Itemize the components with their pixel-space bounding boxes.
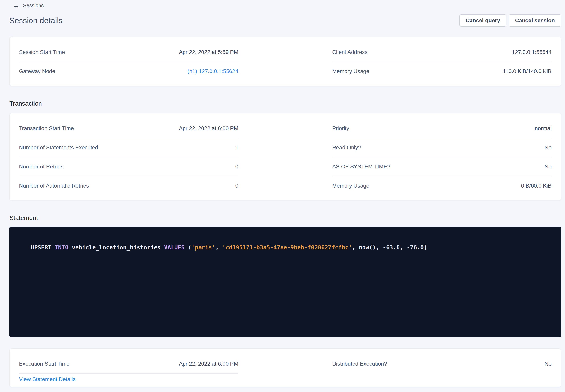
table-row: Memory Usage 110.0 KiB/140.0 KiB	[332, 62, 551, 81]
info-value: 0	[235, 164, 238, 170]
cancel-session-button[interactable]: Cancel session	[509, 14, 561, 27]
info-label: Transaction Start Time	[19, 125, 74, 131]
cancel-query-button[interactable]: Cancel query	[459, 14, 506, 27]
statement-section-heading: Statement	[9, 214, 38, 222]
link-row: View Statement Details	[19, 374, 238, 385]
session-summary-card: Session Start Time Apr 22, 2022 at 5:59 …	[9, 37, 561, 86]
header-actions: Cancel query Cancel session	[459, 14, 561, 27]
info-label: Memory Usage	[332, 183, 369, 189]
info-value: Apr 22, 2022 at 6:00 PM	[179, 125, 238, 131]
sql-token: ,	[215, 244, 222, 251]
table-row: Number of Statements Executed 1	[19, 138, 238, 157]
execution-right-column: Distributed Execution? No	[332, 354, 551, 385]
sql-statement: UPSERT INTO vehicle_location_histories V…	[17, 236, 553, 259]
sql-code-block: UPSERT INTO vehicle_location_histories V…	[9, 227, 561, 337]
arrow-left-icon: ←	[13, 2, 19, 9]
table-row: Client Address 127.0.0.1:55644	[332, 43, 551, 62]
table-row: Priority normal	[332, 119, 551, 138]
info-label: Distributed Execution?	[332, 361, 387, 367]
info-value: 0	[235, 183, 238, 189]
page-header: Session details Cancel query Cancel sess…	[9, 14, 561, 27]
info-label: Gateway Node	[19, 68, 55, 74]
info-label: Number of Statements Executed	[19, 144, 98, 151]
info-label: Priority	[332, 125, 349, 131]
info-value: normal	[535, 125, 551, 131]
info-label: Client Address	[332, 49, 368, 55]
info-value: Apr 22, 2022 at 5:59 PM	[179, 49, 238, 55]
info-value: 1	[235, 144, 238, 151]
table-row: AS OF SYSTEM TIME? No	[332, 157, 551, 176]
session-card-right-column: Client Address 127.0.0.1:55644 Memory Us…	[332, 43, 551, 81]
info-label: Memory Usage	[332, 68, 369, 74]
table-row: Execution Start Time Apr 22, 2022 at 6:0…	[19, 354, 238, 374]
info-value: 127.0.0.1:55644	[512, 49, 551, 55]
info-value: No	[544, 144, 551, 151]
table-row: Number of Retries 0	[19, 157, 238, 176]
breadcrumb-back[interactable]: ← Sessions	[13, 2, 44, 9]
breadcrumb-back-label: Sessions	[23, 2, 44, 9]
sql-token: , now(), -63.0, -76.0)	[352, 244, 427, 251]
table-row: Transaction Start Time Apr 22, 2022 at 6…	[19, 119, 238, 138]
transaction-right-column: Priority normal Read Only? No AS OF SYST…	[332, 119, 551, 195]
execution-left-column: Execution Start Time Apr 22, 2022 at 6:0…	[19, 354, 238, 385]
info-label: Number of Retries	[19, 164, 63, 170]
info-value: No	[544, 361, 551, 367]
sql-token: INTO	[55, 244, 68, 251]
page-title: Session details	[9, 16, 63, 25]
info-value: No	[544, 164, 551, 170]
sql-token: VALUES	[164, 244, 185, 251]
info-label: Session Start Time	[19, 49, 65, 55]
gateway-node-link[interactable]: (n1) 127.0.0.1:55624	[187, 68, 238, 74]
transaction-left-column: Transaction Start Time Apr 22, 2022 at 6…	[19, 119, 238, 195]
transaction-card: Transaction Start Time Apr 22, 2022 at 6…	[9, 113, 561, 200]
table-row: Memory Usage 0 B/60.0 KiB	[332, 176, 551, 195]
table-row: Gateway Node (n1) 127.0.0.1:55624	[19, 62, 238, 81]
info-label: Execution Start Time	[19, 361, 69, 367]
table-row: Distributed Execution? No	[332, 354, 551, 373]
table-row: Session Start Time Apr 22, 2022 at 5:59 …	[19, 43, 238, 62]
execution-card: Execution Start Time Apr 22, 2022 at 6:0…	[9, 349, 561, 387]
sql-token: vehicle_location_histories	[68, 244, 164, 251]
info-label: Number of Automatic Retries	[19, 183, 89, 189]
table-row: Number of Automatic Retries 0	[19, 176, 238, 195]
sql-token: UPSERT	[31, 244, 55, 251]
sql-token: 'cd195171-b3a5-47ae-9beb-f028627fcfbc'	[222, 244, 352, 251]
table-row: Read Only? No	[332, 138, 551, 157]
view-statement-details-link[interactable]: View Statement Details	[19, 376, 75, 382]
sql-token: (	[185, 244, 192, 251]
info-value: 0 B/60.0 KiB	[521, 183, 551, 189]
session-card-left-column: Session Start Time Apr 22, 2022 at 5:59 …	[19, 43, 238, 81]
info-value: Apr 22, 2022 at 6:00 PM	[179, 361, 238, 367]
info-label: Read Only?	[332, 144, 361, 151]
sql-token: 'paris'	[191, 244, 215, 251]
info-value: 110.0 KiB/140.0 KiB	[503, 68, 551, 74]
transaction-section-heading: Transaction	[9, 100, 42, 107]
info-label: AS OF SYSTEM TIME?	[332, 164, 390, 170]
